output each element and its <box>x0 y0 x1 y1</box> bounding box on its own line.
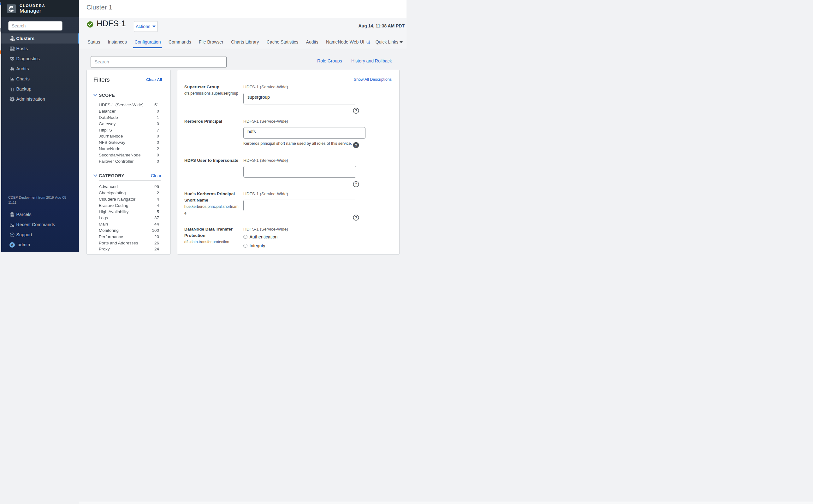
hue-kerberos-principal-input[interactable] <box>243 200 356 211</box>
chevron-down-icon <box>93 174 97 178</box>
cloudera-logo-icon[interactable] <box>7 4 16 13</box>
filter-count: 51 <box>154 103 159 107</box>
filter-row-secondarynamenode[interactable]: SecondaryNameNode0 <box>99 152 159 158</box>
help-icon-filled[interactable] <box>353 142 359 148</box>
filter-label: Failover Controller <box>99 159 133 164</box>
category-section-header[interactable]: CATEGORY Clear <box>87 173 170 178</box>
sidebar-item-parcels[interactable]: Parcels <box>1 209 79 220</box>
clear-all-link[interactable]: Clear All <box>146 78 162 82</box>
filter-row-logs[interactable]: Logs37 <box>99 215 159 221</box>
scope-section-header[interactable]: SCOPE <box>87 93 170 98</box>
help-icon[interactable] <box>353 181 359 187</box>
tab-commands[interactable]: Commands <box>167 39 192 48</box>
filter-row-checkpointing[interactable]: Checkpointing2 <box>99 190 159 196</box>
deployment-note-line1: CDEP Deployment from 2019-Aug-05 <box>8 195 74 200</box>
filter-row-proxy[interactable]: Proxy24 <box>99 246 159 252</box>
filter-row-high-availability[interactable]: High Availability5 <box>99 208 159 215</box>
show-all-descriptions-link[interactable]: Show All Descriptions <box>354 77 392 82</box>
tab-audits[interactable]: Audits <box>305 39 320 48</box>
radio-option-integrity[interactable]: Integrity <box>243 241 392 250</box>
sidebar-search-input[interactable] <box>8 21 62 31</box>
sidebar-item-audits[interactable]: Audits <box>1 64 79 74</box>
sidebar-item-backup[interactable]: Backup <box>1 84 79 94</box>
edge-fragment-dark <box>0 0 1 3</box>
config-scope-label: HDFS-1 (Service-Wide) <box>243 84 392 90</box>
config-code: hue.kerberos.principal.shortname <box>184 203 239 216</box>
filter-row-erasure-coding[interactable]: Erasure Coding4 <box>99 202 159 208</box>
role-groups-link[interactable]: Role Groups <box>317 58 342 63</box>
hdfs-user-to-impersonate-input[interactable] <box>243 166 356 178</box>
audits-icon <box>9 66 15 72</box>
sidebar-item-diagnostics[interactable]: Diagnostics <box>1 54 79 64</box>
tab-configuration[interactable]: Configuration <box>133 39 162 48</box>
filter-count: 0 <box>156 153 159 157</box>
charts-icon <box>9 76 15 82</box>
sidebar-item-charts[interactable]: Charts <box>1 74 79 84</box>
filter-row-main[interactable]: Main44 <box>99 221 159 227</box>
filter-row-monitoring[interactable]: Monitoring100 <box>99 227 159 234</box>
filter-row-performance[interactable]: Performance20 <box>99 233 159 240</box>
external-link-icon <box>366 40 370 44</box>
sidebar-item-clusters[interactable]: Clusters <box>1 33 79 44</box>
history-rollback-link[interactable]: History and Rollback <box>351 58 392 63</box>
tab-cache-statistics[interactable]: Cache Statistics <box>265 39 299 48</box>
sidebar-item-label: Diagnostics <box>16 56 40 61</box>
help-icon[interactable] <box>353 108 359 114</box>
sidebar-bottom: CDEP Deployment from 2019-Aug-05 11:11 P… <box>1 195 79 250</box>
sidebar-search-wrap <box>1 17 79 33</box>
filter-row-nfs-gateway[interactable]: NFS Gateway0 <box>99 139 159 146</box>
tab-instances[interactable]: Instances <box>107 39 128 48</box>
tab-status[interactable]: Status <box>86 39 102 48</box>
filter-row-ports-and-addresses[interactable]: Ports and Addresses26 <box>99 240 159 246</box>
sidebar-item-admin[interactable]: A admin <box>1 240 79 250</box>
radio-option-authentication[interactable]: Authentication <box>243 232 392 241</box>
kerberos-principal-input[interactable] <box>243 127 365 139</box>
category-clear-link[interactable]: Clear <box>151 173 161 178</box>
sidebar-item-recent-commands[interactable]: Recent Commands <box>1 220 79 230</box>
filter-row-cloudera-navigator[interactable]: Cloudera Navigator4 <box>99 196 159 202</box>
help-icon[interactable] <box>353 214 359 221</box>
filter-row-balancer[interactable]: Balancer0 <box>99 108 159 114</box>
tab-quick-links[interactable]: Quick Links <box>374 39 404 48</box>
filter-count: 20 <box>154 234 159 239</box>
cloudera-c-icon <box>8 5 15 12</box>
radio-label: Integrity <box>250 243 265 248</box>
filter-row-advanced[interactable]: Advanced95 <box>99 184 159 190</box>
sidebar-item-label: Audits <box>16 66 29 71</box>
tab-namenode-web-ui[interactable]: NameNode Web UI <box>325 39 372 48</box>
filter-row-failover-controller[interactable]: Failover Controller0 <box>99 158 159 164</box>
administration-icon <box>9 97 15 102</box>
filter-count: 7 <box>156 128 159 132</box>
config-search-input[interactable] <box>91 56 227 68</box>
filter-row-gateway[interactable]: Gateway0 <box>99 120 159 127</box>
filter-row-journalnode[interactable]: JournalNode0 <box>99 133 159 139</box>
filter-count: 2 <box>156 146 159 151</box>
deployment-note: CDEP Deployment from 2019-Aug-05 11:11 <box>1 195 79 205</box>
sidebar-item-administration[interactable]: Administration <box>1 94 79 104</box>
sidebar-item-support[interactable]: Support <box>1 230 79 240</box>
sidebar-item-hosts[interactable]: Hosts <box>1 44 79 54</box>
config-scope-label: HDFS-1 (Service-Wide) <box>243 226 392 232</box>
underlying-page-edge <box>0 0 1 252</box>
filter-row-datanode[interactable]: DataNode1 <box>99 114 159 121</box>
radio-icon[interactable] <box>243 244 247 248</box>
edge-fragment-grey <box>0 28 1 32</box>
radio-icon[interactable] <box>243 235 247 239</box>
tab-charts-library[interactable]: Charts Library <box>230 39 260 48</box>
brand: CLOUDERA Manager <box>20 4 45 14</box>
hosts-icon <box>9 46 15 51</box>
filter-row-namenode[interactable]: NameNode2 <box>99 146 159 152</box>
filter-count: 4 <box>156 197 159 202</box>
actions-button[interactable]: Actions <box>134 21 158 32</box>
tab-file-browser[interactable]: File Browser <box>197 39 225 48</box>
filter-row-httpfs[interactable]: HttpFS7 <box>99 127 159 133</box>
config-code: dfs.permissions.superusergroup <box>184 90 239 97</box>
brand-name: CLOUDERA <box>20 4 45 8</box>
filter-row-hdfs-1-service-wide-[interactable]: HDFS-1 (Service-Wide)51 <box>99 102 159 108</box>
superuser-group-input[interactable] <box>243 93 356 104</box>
support-icon <box>9 232 15 237</box>
radio-label: Authentication <box>250 234 278 239</box>
filter-count: 1 <box>156 115 159 120</box>
sidebar-item-label: Recent Commands <box>16 222 55 227</box>
service-tabs: Status Instances Configuration Commands … <box>79 39 406 48</box>
